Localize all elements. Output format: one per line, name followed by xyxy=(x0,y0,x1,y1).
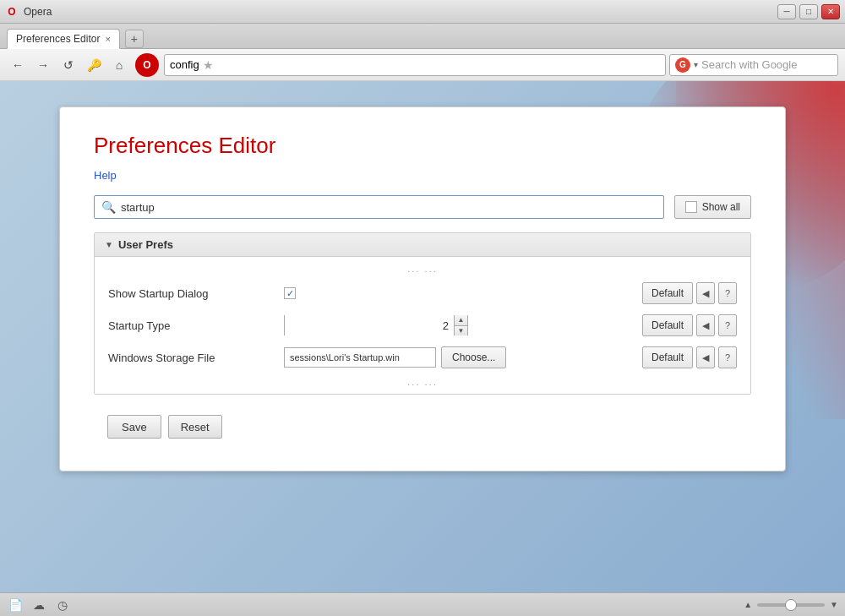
show-all-label: Show all xyxy=(702,201,740,213)
title-bar: O Opera ─ □ ✕ xyxy=(0,0,845,24)
show-startup-dialog-row: Show Startup Dialog ✓ Default ◀ ? xyxy=(95,277,750,309)
preferences-panel: Preferences Editor Help 🔍 Show all ▼ Use… xyxy=(59,106,786,472)
search-bar[interactable]: G ▾ Search with Google xyxy=(669,54,838,76)
help-link[interactable]: Help xyxy=(94,169,751,182)
startup-type-prev-button[interactable]: ◀ xyxy=(696,314,715,336)
opera-logo[interactable]: O xyxy=(135,53,159,77)
show-startup-control: ✓ xyxy=(284,287,635,299)
show-all-button[interactable]: Show all xyxy=(674,195,751,219)
search-dropdown-arrow[interactable]: ▾ xyxy=(694,60,698,69)
opera-icon: O xyxy=(5,5,19,19)
zoom-control: ▲ ▼ xyxy=(744,600,838,609)
show-startup-prev-button[interactable]: ◀ xyxy=(696,282,715,304)
page-icon[interactable]: 📄 xyxy=(7,597,24,613)
zoom-thumb[interactable] xyxy=(785,599,797,611)
title-bar-controls: ─ □ ✕ xyxy=(777,4,840,19)
zoom-down-arrow[interactable]: ▼ xyxy=(830,600,838,609)
save-button[interactable]: Save xyxy=(107,415,161,439)
search-input-container[interactable]: 🔍 xyxy=(94,195,664,219)
forward-icon: → xyxy=(37,58,49,72)
choose-button[interactable]: Choose... xyxy=(441,346,506,368)
maximize-button[interactable]: □ xyxy=(799,4,818,19)
startup-type-btn-group: Default ◀ ? xyxy=(642,314,737,336)
reload-icon: ↺ xyxy=(63,58,74,72)
cloud-icon[interactable]: ☁ xyxy=(30,597,47,613)
windows-storage-default-button[interactable]: Default xyxy=(642,346,693,368)
show-startup-label: Show Startup Dialog xyxy=(108,287,277,300)
ellipsis-bottom: ... ... xyxy=(95,373,750,390)
user-prefs-section: ▼ User Prefs ... ... Show Startup Dialog… xyxy=(94,232,751,395)
search-placeholder: Search with Google xyxy=(701,58,832,71)
startup-type-arrows: ▲ ▼ xyxy=(454,315,467,335)
back-button[interactable]: ← xyxy=(7,54,29,76)
key-button[interactable]: 🔑 xyxy=(83,54,105,76)
home-icon: ⌂ xyxy=(116,58,123,72)
windows-storage-prev-button[interactable]: ◀ xyxy=(696,346,715,368)
new-tab-button[interactable]: + xyxy=(125,30,144,48)
show-startup-default-button[interactable]: Default xyxy=(642,282,693,304)
reset-button[interactable]: Reset xyxy=(168,415,222,439)
ellipsis-top: ... ... xyxy=(95,260,750,277)
startup-type-default-button[interactable]: Default xyxy=(642,314,693,336)
startup-type-value[interactable] xyxy=(285,315,454,335)
action-row: Save Reset xyxy=(94,408,751,445)
startup-type-number-input[interactable]: ▲ ▼ xyxy=(284,315,468,335)
tab-close-icon[interactable]: × xyxy=(105,34,110,44)
section-arrow-icon: ▼ xyxy=(105,240,113,249)
startup-type-row: Startup Type ▲ ▼ Default ◀ ? xyxy=(95,309,750,341)
reload-button[interactable]: ↺ xyxy=(57,54,79,76)
nav-bar: ← → ↺ 🔑 ⌂ O config ★ G ▾ Search with Goo… xyxy=(0,49,845,81)
show-startup-btn-group: Default ◀ ? xyxy=(642,282,737,304)
tab-bar: Preferences Editor × + xyxy=(0,24,845,49)
close-button[interactable]: ✕ xyxy=(821,4,840,19)
windows-storage-control: sessions\Lori's Startup.win Choose... xyxy=(284,346,635,368)
startup-type-label: Startup Type xyxy=(108,319,277,332)
search-engine-icon[interactable]: G xyxy=(675,57,690,73)
windows-storage-label: Windows Storage File xyxy=(108,352,277,364)
windows-storage-btn-group: Default ◀ ? xyxy=(642,346,737,368)
tab-label: Preferences Editor xyxy=(16,33,100,45)
search-row: 🔍 Show all xyxy=(94,195,751,219)
status-bar: 📄 ☁ ◷ ▲ ▼ xyxy=(0,592,845,616)
startup-type-down-arrow[interactable]: ▼ xyxy=(455,326,467,336)
address-bar[interactable]: config ★ xyxy=(164,54,666,76)
key-icon: 🔑 xyxy=(87,58,101,72)
preferences-editor-tab[interactable]: Preferences Editor × xyxy=(7,29,120,49)
startup-type-control: ▲ ▼ xyxy=(284,315,635,335)
show-all-checkbox xyxy=(685,201,697,213)
address-text: config xyxy=(170,58,199,71)
section-header[interactable]: ▼ User Prefs xyxy=(95,233,750,257)
zoom-up-arrow[interactable]: ▲ xyxy=(744,600,752,609)
search-mag-icon: 🔍 xyxy=(101,200,116,214)
show-startup-checkbox[interactable]: ✓ xyxy=(284,287,296,299)
section-label: User Prefs xyxy=(118,238,173,251)
title-bar-text: Opera xyxy=(24,6,52,18)
back-icon: ← xyxy=(12,58,24,72)
show-startup-help-button[interactable]: ? xyxy=(718,282,737,304)
bookmark-icon[interactable]: ★ xyxy=(203,58,214,72)
search-input[interactable] xyxy=(121,201,657,214)
browser-content: Preferences Editor Help 🔍 Show all ▼ Use… xyxy=(0,81,845,592)
startup-type-up-arrow[interactable]: ▲ xyxy=(455,315,467,326)
windows-storage-help-button[interactable]: ? xyxy=(718,346,737,368)
prefs-title: Preferences Editor xyxy=(94,133,751,159)
history-icon[interactable]: ◷ xyxy=(54,597,71,613)
startup-type-help-button[interactable]: ? xyxy=(718,314,737,336)
zoom-slider[interactable] xyxy=(757,603,825,607)
section-body: ... ... Show Startup Dialog ✓ Default ◀ … xyxy=(95,257,750,394)
windows-storage-file-input: sessions\Lori's Startup.win xyxy=(284,347,436,368)
minimize-button[interactable]: ─ xyxy=(777,4,796,19)
home-button[interactable]: ⌂ xyxy=(108,54,130,76)
windows-storage-file-row: Windows Storage File sessions\Lori's Sta… xyxy=(95,341,750,373)
forward-button[interactable]: → xyxy=(32,54,54,76)
